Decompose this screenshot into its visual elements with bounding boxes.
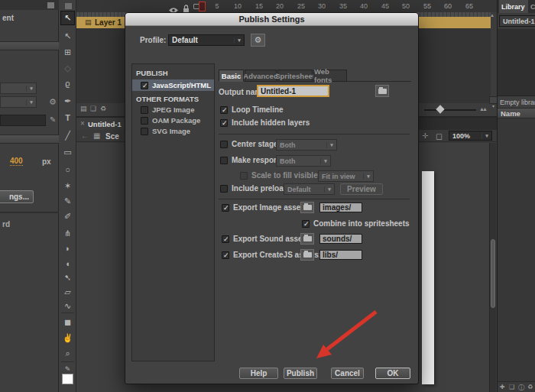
- frame-size-slider-thumb[interactable]: [436, 105, 444, 113]
- loop-timeline-checkbox[interactable]: [220, 106, 228, 114]
- frame-size-slider-track[interactable]: [424, 109, 476, 111]
- output-name-input[interactable]: Untitled-1: [257, 85, 329, 97]
- lasso-tool[interactable]: ϱ: [59, 79, 76, 89]
- frame-number[interactable]: 15: [253, 2, 265, 10]
- properties-dropdown-1[interactable]: ▾: [0, 83, 37, 94]
- format-item-jpeg[interactable]: JPEG Image: [141, 105, 194, 114]
- frame-number[interactable]: 5: [211, 2, 223, 10]
- tab-basic[interactable]: Basic: [219, 70, 244, 82]
- center-frame-icon[interactable]: ✛: [422, 131, 428, 140]
- format-checkbox[interactable]: [141, 128, 148, 135]
- export-createjs-path-input[interactable]: libs/: [319, 250, 362, 260]
- width-tool[interactable]: ∿: [59, 301, 76, 311]
- zoom-tool[interactable]: ⌕: [59, 348, 76, 358]
- include-hidden-layers-row[interactable]: Include hidden layers: [220, 118, 310, 127]
- export-image-path-input[interactable]: images/: [319, 202, 362, 212]
- tab-web-fonts[interactable]: Web fonts: [313, 70, 347, 82]
- scene-label[interactable]: Sce: [105, 132, 119, 141]
- frame-view-icon[interactable]: ▲▲: [479, 106, 485, 112]
- fill-color-swatch[interactable]: [62, 374, 73, 384]
- frame-number[interactable]: 40: [358, 2, 370, 10]
- delete-item-icon[interactable]: ♻: [527, 384, 533, 390]
- publish-settings-button[interactable]: ngs...: [0, 190, 34, 203]
- export-image-checkbox[interactable]: [222, 204, 229, 212]
- tab-advanced[interactable]: Advanced: [245, 70, 277, 82]
- help-button[interactable]: Help: [239, 368, 278, 379]
- export-sound-path-input[interactable]: sounds/: [319, 234, 362, 244]
- format-item-javascript-html[interactable]: JavaScript/HTML: [132, 79, 214, 91]
- include-hidden-layers-checkbox[interactable]: [220, 119, 228, 127]
- properties-text-field[interactable]: [0, 115, 46, 126]
- new-folder-icon[interactable]: ❏: [90, 105, 96, 112]
- export-sound-folder-button[interactable]: [300, 233, 314, 245]
- subselection-tool[interactable]: ↖: [59, 31, 76, 41]
- new-symbol-icon[interactable]: ✚: [500, 384, 505, 390]
- export-sound-checkbox[interactable]: [222, 235, 229, 243]
- stage-vertical-scrollbar[interactable]: [489, 143, 496, 392]
- center-stage-checkbox[interactable]: [220, 141, 228, 148]
- selection-tool[interactable]: ↖: [59, 13, 76, 23]
- library-item-list[interactable]: [498, 118, 535, 381]
- pencil-icon[interactable]: ✎: [50, 116, 56, 124]
- brush-tool[interactable]: ✐: [59, 212, 76, 222]
- document-tab[interactable]: × Untitled-1: [76, 118, 127, 130]
- tab-cc-libraries[interactable]: CC: [530, 3, 535, 11]
- pen-tool[interactable]: ✒: [59, 96, 76, 106]
- format-checkbox[interactable]: [141, 106, 148, 114]
- ok-button[interactable]: OK: [375, 368, 410, 379]
- oval-tool[interactable]: ○: [59, 165, 76, 175]
- polystar-tool[interactable]: ✶: [59, 181, 76, 191]
- frame-number[interactable]: 50: [400, 2, 412, 10]
- bone-tool[interactable]: ⋔: [59, 228, 76, 238]
- tools-collapse-icon[interactable]: [65, 3, 72, 9]
- text-tool[interactable]: T: [59, 113, 76, 123]
- panel-section-header[interactable]: [0, 41, 59, 50]
- close-icon[interactable]: ×: [80, 119, 85, 128]
- frame-number[interactable]: 55: [421, 2, 433, 10]
- clip-content-icon[interactable]: ◻: [436, 131, 443, 141]
- center-stage-row[interactable]: Center stage: [220, 140, 278, 148]
- new-layer-icon[interactable]: ▤: [80, 105, 87, 112]
- dialog-title-bar[interactable]: Publish Settings: [125, 13, 418, 26]
- frame-number[interactable]: 45: [379, 2, 391, 10]
- combine-spritesheets-row[interactable]: Combine into spritesheets: [302, 219, 410, 228]
- export-sound-row[interactable]: Export Sound assets:: [222, 235, 312, 243]
- new-folder-icon[interactable]: ❏: [509, 384, 514, 390]
- include-preloader-checkbox[interactable]: [220, 185, 228, 193]
- eyedropper-tool[interactable]: ➷: [59, 273, 76, 283]
- panel-section-header-2[interactable]: [0, 134, 59, 144]
- export-createjs-checkbox[interactable]: [222, 251, 229, 259]
- playhead-marker[interactable]: [199, 2, 206, 11]
- export-image-folder-button[interactable]: [300, 202, 314, 213]
- frame-number[interactable]: 25: [295, 2, 307, 10]
- export-createjs-folder-button[interactable]: [300, 249, 314, 261]
- profile-dropdown[interactable]: Default ▾: [168, 34, 245, 46]
- rectangle-tool[interactable]: ▭: [59, 147, 76, 157]
- frame-number[interactable]: 10: [232, 2, 244, 10]
- scrollbar-thumb[interactable]: [491, 239, 495, 308]
- gradient-transform-tool[interactable]: ◇: [59, 63, 76, 73]
- output-folder-button[interactable]: [375, 85, 389, 97]
- frame-number[interactable]: 20: [274, 2, 286, 10]
- library-name-column-header[interactable]: Name: [498, 108, 535, 118]
- layer-name[interactable]: Layer 1: [95, 18, 122, 27]
- ink-bottle-tool[interactable]: ◖: [59, 259, 76, 269]
- line-tool[interactable]: ╱: [59, 131, 76, 141]
- free-transform-tool[interactable]: ⊞: [59, 47, 76, 57]
- stage-size-value[interactable]: 400: [10, 157, 23, 166]
- tab-library[interactable]: Library: [499, 0, 528, 13]
- profile-options-button[interactable]: ⚙: [251, 34, 265, 47]
- format-item-oam[interactable]: OAM Package: [141, 116, 200, 125]
- frame-number[interactable]: 60: [442, 2, 454, 10]
- wrench-icon[interactable]: ⚙: [49, 98, 57, 105]
- delete-layer-icon[interactable]: ♻: [100, 105, 106, 112]
- document-tab-label[interactable]: Untitled-1: [88, 120, 122, 128]
- library-document-dropdown[interactable]: Untitled-1: [499, 15, 535, 27]
- properties-dropdown-2[interactable]: ▾: [0, 96, 37, 108]
- publish-button[interactable]: Publish: [284, 368, 317, 379]
- frame-number[interactable]: 30: [316, 2, 328, 10]
- make-responsive-checkbox[interactable]: [220, 157, 228, 164]
- panel-collapse-icon[interactable]: [47, 2, 54, 8]
- frame-number[interactable]: 35: [337, 2, 349, 10]
- cancel-button[interactable]: Cancel: [331, 368, 364, 379]
